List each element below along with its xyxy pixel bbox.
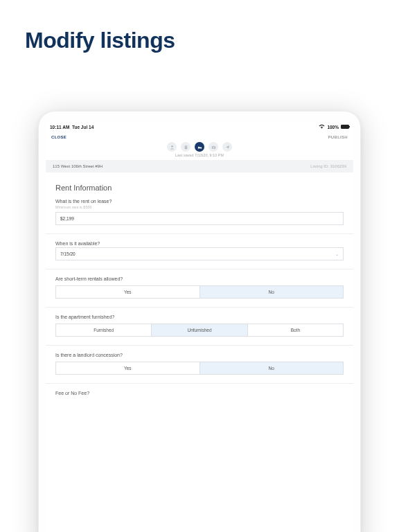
person-icon	[170, 145, 175, 150]
available-label: When is it available?	[55, 241, 344, 246]
svg-rect-4	[186, 146, 186, 147]
unfurnished-option[interactable]: Unfurnished	[152, 323, 247, 337]
wifi-icon	[319, 124, 325, 130]
concession-segment: Yes No	[55, 362, 344, 375]
close-button[interactable]: CLOSE	[51, 135, 66, 139]
listing-address: 115 West 106th Street #9H	[53, 164, 103, 168]
nav-row: CLOSE PUBLISH	[46, 131, 353, 141]
svg-rect-2	[184, 145, 187, 149]
svg-point-1	[171, 145, 173, 147]
fee-label: Fee or No Fee?	[55, 391, 344, 396]
rent-input[interactable]: $2,199	[55, 212, 344, 225]
furnished-label: Is the apartment furnished?	[55, 314, 344, 319]
short-term-label: Are short-term rentals allowed?	[55, 276, 344, 281]
step-tabs	[46, 141, 353, 153]
furnished-option[interactable]: Furnished	[55, 323, 152, 337]
tab-person[interactable]	[167, 142, 177, 152]
furnished-segment: Furnished Unfurnished Both	[55, 323, 344, 337]
publish-button[interactable]: PUBLISH	[328, 135, 348, 139]
status-bar: 10:11 AM Tue Jul 14 100%	[46, 121, 353, 131]
svg-rect-3	[185, 146, 186, 147]
svg-rect-6	[186, 147, 186, 148]
tab-building[interactable]	[181, 142, 190, 152]
listing-bar: 115 West 106th Street #9H Listing ID: 31…	[46, 160, 353, 172]
svg-rect-5	[185, 147, 186, 148]
short-term-no[interactable]: No	[200, 285, 344, 299]
section-title: Rent Information	[55, 184, 344, 192]
page-title: Modify listings	[0, 0, 399, 81]
concession-yes[interactable]: Yes	[55, 362, 200, 375]
short-term-segment: Yes No	[55, 285, 344, 299]
battery-percent: 100%	[327, 125, 339, 130]
bed-icon	[197, 145, 202, 150]
svg-rect-10	[201, 148, 202, 149]
svg-rect-13	[213, 145, 213, 146]
tab-camera[interactable]	[209, 142, 218, 152]
divider	[46, 345, 353, 346]
both-option[interactable]: Both	[248, 323, 344, 337]
divider	[46, 383, 353, 384]
rent-hint: Minimum rent is $500	[55, 205, 344, 209]
svg-point-0	[321, 127, 322, 128]
divider	[46, 269, 353, 269]
listing-id: Listing ID: 3106239	[310, 164, 346, 168]
svg-rect-8	[197, 146, 199, 147]
screen: 10:11 AM Tue Jul 14 100% CLOSE PUBLISH	[46, 121, 353, 532]
tab-send[interactable]	[222, 142, 232, 152]
short-term-yes[interactable]: Yes	[55, 285, 200, 299]
battery-icon	[341, 125, 349, 129]
available-value: 7/15/20	[60, 251, 76, 256]
concession-no[interactable]: No	[200, 362, 344, 375]
status-time-date: 10:11 AM Tue Jul 14	[50, 125, 94, 130]
chevron-down-icon: ⌄	[335, 251, 339, 256]
svg-point-12	[213, 146, 214, 148]
device-frame: 10:11 AM Tue Jul 14 100% CLOSE PUBLISH	[38, 111, 361, 532]
available-date-select[interactable]: 7/15/20 ⌄	[55, 247, 344, 260]
svg-rect-9	[197, 148, 198, 149]
divider	[46, 233, 353, 234]
divider	[46, 307, 353, 308]
tab-bed[interactable]	[195, 142, 204, 152]
camera-icon	[211, 145, 216, 150]
send-icon	[225, 145, 230, 150]
last-saved-text: Last saved 7/13/20, 9:10 PM	[46, 153, 353, 160]
concession-label: Is there a landlord concession?	[55, 353, 344, 357]
building-icon	[184, 145, 188, 150]
rent-label: What is the rent on lease?	[55, 199, 344, 204]
